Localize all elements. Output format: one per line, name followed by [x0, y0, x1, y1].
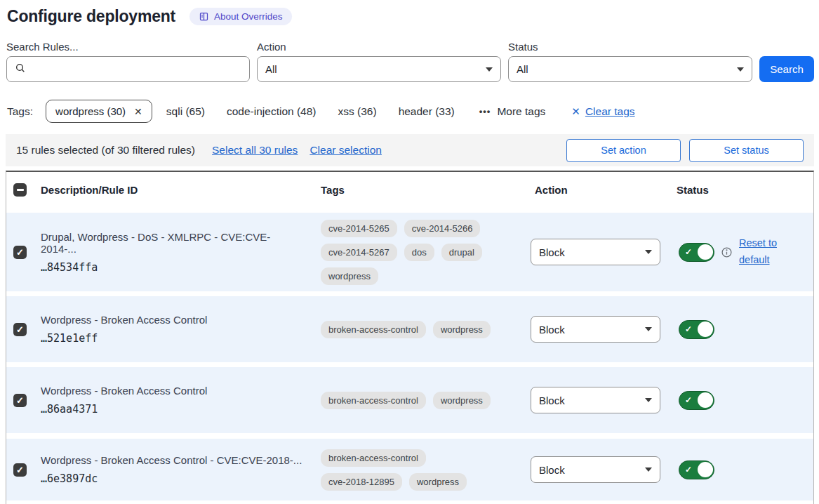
search-button[interactable]: Search — [759, 56, 814, 82]
tag-pill: cve-2018-12895 — [321, 473, 402, 491]
action-value: Block — [539, 324, 565, 336]
configure-deployment-page: Configure deployment About Overrides Sea… — [0, 0, 819, 504]
ellipsis-icon: ••• — [479, 106, 491, 117]
tag-link-sqli[interactable]: sqli (65) — [166, 105, 205, 118]
rule-description-cell: Drupal, Wordpress - DoS - XMLRPC - CVE:C… — [41, 231, 321, 274]
selection-bar: 15 rules selected (of 30 filtered rules)… — [6, 134, 814, 166]
action-filter-select[interactable]: All — [257, 56, 501, 82]
filters-bar: Search Rules... Action All Status All — [6, 41, 814, 82]
tag-pill: broken-access-control — [321, 321, 426, 338]
chevron-down-icon — [645, 467, 652, 472]
check-icon: ✓ — [16, 465, 24, 475]
rule-action-cell: Block — [531, 239, 677, 265]
select-all-checkbox[interactable] — [13, 183, 27, 197]
select-all-link[interactable]: Select all 30 rules — [212, 144, 298, 157]
selected-tag-wordpress[interactable]: wordpress (30) ✕ — [46, 100, 152, 123]
rule-status-cell: ✓ — [677, 320, 813, 339]
reset-to-default-link[interactable]: Reset to default — [739, 235, 784, 269]
check-icon: ✓ — [685, 248, 692, 256]
selection-summary: 15 rules selected (of 30 filtered rules) — [16, 144, 195, 157]
rule-id: …521e1eff — [41, 332, 304, 345]
status-toggle[interactable]: ✓ — [679, 243, 714, 262]
search-rules-field: Search Rules... — [6, 41, 250, 82]
check-icon: ✓ — [685, 325, 692, 333]
book-icon — [199, 11, 209, 22]
tag-pill: drupal — [441, 244, 482, 261]
table-row: ✓ Wordpress - Broken Access Control …86a… — [6, 367, 813, 433]
rule-action-cell: Block — [531, 387, 677, 413]
clear-selection-link[interactable]: Clear selection — [309, 144, 382, 157]
tags-label: Tags: — [7, 105, 33, 118]
status-filter-label: Status — [508, 41, 752, 53]
toggle-knob — [698, 392, 713, 408]
more-tags-label: More tags — [497, 105, 545, 118]
status-toggle[interactable]: ✓ — [679, 320, 714, 339]
chevron-down-icon — [645, 250, 652, 254]
clear-tags-link[interactable]: ✕ Clear tags — [571, 105, 634, 118]
chevron-down-icon — [645, 327, 652, 331]
rule-id: …6e3897dc — [41, 472, 304, 485]
action-select[interactable]: Block — [531, 239, 660, 265]
tag-pill: wordpress — [433, 392, 491, 409]
rule-tags-cell: broken-access-control wordpress — [321, 392, 512, 409]
chevron-down-icon — [737, 67, 744, 72]
tag-link-code-injection[interactable]: code-injection (48) — [227, 105, 317, 118]
status-toggle[interactable]: ✓ — [679, 391, 714, 410]
table-row: ✓ Wordpress - Broken Access Control …521… — [6, 296, 813, 362]
tag-pill: dos — [404, 244, 434, 261]
column-header-tags: Tags — [321, 184, 531, 196]
rule-status-cell: ✓ Reset to default — [677, 235, 813, 269]
rule-description-cell: Wordpress - Broken Access Control …86aa4… — [41, 385, 321, 416]
more-tags-button[interactable]: ••• More tags — [479, 105, 546, 118]
page-header: Configure deployment About Overrides — [7, 7, 814, 26]
table-header-row: Description/Rule ID Tags Action Status — [6, 172, 813, 208]
tag-link-xss[interactable]: xss (36) — [338, 105, 377, 118]
tag-pill: broken-access-control — [321, 449, 426, 467]
rule-id: …84534ffa — [41, 261, 304, 274]
selected-tag-label: wordpress (30) — [55, 105, 126, 117]
status-filter-value: All — [517, 63, 528, 75]
action-filter-field: Action All — [257, 41, 501, 82]
status-filter-field: Status All — [508, 41, 752, 82]
rule-tags-cell: broken-access-control cve-2018-12895 wor… — [321, 449, 512, 491]
row-checkbox[interactable]: ✓ — [13, 246, 27, 259]
action-select[interactable]: Block — [531, 456, 660, 483]
set-status-button[interactable]: Set status — [689, 139, 804, 162]
row-checkbox[interactable]: ✓ — [13, 463, 27, 477]
rule-description: Wordpress - Broken Access Control — [41, 385, 304, 397]
row-checkbox[interactable]: ✓ — [13, 394, 27, 407]
rule-description: Wordpress - Broken Access Control - CVE:… — [41, 454, 304, 466]
rule-status-cell: ✓ — [677, 460, 813, 479]
about-overrides-badge[interactable]: About Overrides — [189, 8, 292, 25]
search-rules-label: Search Rules... — [6, 41, 250, 53]
action-select[interactable]: Block — [531, 316, 660, 343]
rule-action-cell: Block — [531, 456, 677, 483]
indeterminate-icon — [17, 189, 24, 191]
close-icon: ✕ — [571, 105, 580, 118]
column-header-action: Action — [531, 184, 677, 196]
toggle-knob — [698, 244, 713, 260]
column-header-description: Description/Rule ID — [41, 184, 321, 196]
action-value: Block — [539, 246, 565, 258]
check-icon: ✓ — [685, 396, 692, 404]
remove-tag-icon[interactable]: ✕ — [134, 106, 142, 117]
tag-pill: cve-2014-5267 — [321, 244, 397, 261]
status-toggle[interactable]: ✓ — [679, 460, 714, 479]
check-icon: ✓ — [16, 325, 24, 334]
set-action-button[interactable]: Set action — [566, 139, 681, 162]
tag-link-header[interactable]: header (33) — [399, 105, 455, 118]
tag-pill: wordpress — [433, 321, 491, 338]
action-select[interactable]: Block — [531, 387, 660, 413]
row-checkbox[interactable]: ✓ — [13, 323, 27, 336]
status-filter-select[interactable]: All — [508, 56, 752, 82]
search-input[interactable] — [32, 63, 241, 75]
tag-pill: cve-2014-5266 — [404, 220, 481, 237]
rule-tags-cell: broken-access-control wordpress — [321, 321, 512, 338]
action-filter-label: Action — [257, 41, 501, 53]
search-input-box[interactable] — [6, 56, 250, 82]
info-icon[interactable] — [721, 246, 733, 258]
chevron-down-icon — [486, 67, 493, 72]
tag-pill: cve-2014-5265 — [321, 220, 397, 237]
check-icon: ✓ — [16, 396, 24, 405]
toggle-knob — [698, 462, 713, 477]
